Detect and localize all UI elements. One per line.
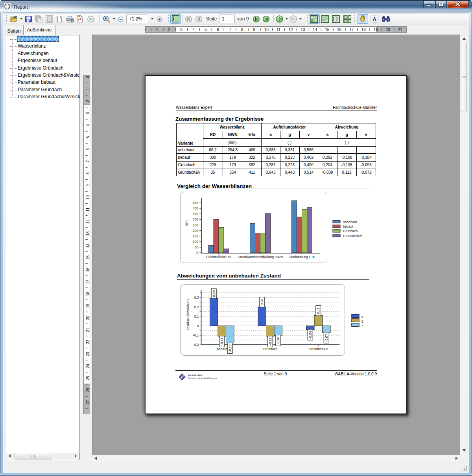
svg-text:-0,11: -0,11 bbox=[220, 338, 224, 345]
svg-text:-0,07: -0,07 bbox=[324, 334, 328, 342]
svg-text:23: 23 bbox=[86, 352, 90, 357]
svg-text:16: 16 bbox=[86, 267, 90, 272]
svg-text:100: 100 bbox=[193, 240, 198, 244]
svg-text:Verdunstung ETa: Verdunstung ETa bbox=[289, 255, 315, 259]
svg-text:Gründach: Gründach bbox=[263, 347, 278, 351]
svg-text:bebaut: bebaut bbox=[217, 347, 227, 351]
svg-text:Direktabfluss RD: Direktabfluss RD bbox=[206, 255, 231, 259]
svg-text:20: 20 bbox=[386, 28, 391, 32]
svg-text:10: 10 bbox=[264, 28, 269, 32]
svg-text:11: 11 bbox=[86, 207, 90, 211]
svg-text:v: v bbox=[361, 323, 363, 327]
svg-text:?: ? bbox=[39, 18, 41, 22]
svg-text:17: 17 bbox=[86, 279, 90, 284]
svg-text:17: 17 bbox=[349, 28, 354, 32]
svg-text:9: 9 bbox=[253, 28, 256, 32]
svg-text:14: 14 bbox=[86, 243, 90, 248]
svg-text:0,2: 0,2 bbox=[194, 305, 199, 309]
svg-text:mm: mm bbox=[184, 221, 188, 226]
svg-text:400: 400 bbox=[193, 206, 198, 210]
svg-text:18: 18 bbox=[86, 292, 90, 296]
svg-text:1: 1 bbox=[86, 88, 90, 90]
svg-text:Gründach&V: Gründach&V bbox=[343, 234, 362, 238]
svg-text:absolute Abweichung: absolute Abweichung bbox=[186, 299, 190, 331]
svg-text:21: 21 bbox=[86, 327, 90, 332]
svg-text:3: 3 bbox=[86, 112, 90, 114]
svg-text:150: 150 bbox=[193, 234, 198, 238]
svg-text:Grundwasserneubildung GWN: Grundwasserneubildung GWN bbox=[238, 255, 283, 259]
svg-text:13: 13 bbox=[301, 28, 305, 32]
svg-text:14: 14 bbox=[313, 28, 317, 32]
svg-text:12: 12 bbox=[86, 219, 90, 224]
svg-text:0: 0 bbox=[197, 324, 199, 328]
svg-text:0,3: 0,3 bbox=[194, 296, 199, 300]
svg-text:-0,10: -0,10 bbox=[276, 337, 280, 345]
svg-text:2: 2 bbox=[86, 100, 90, 102]
svg-text:-0,1: -0,1 bbox=[193, 333, 199, 337]
svg-text:-0,11: -0,11 bbox=[268, 338, 272, 345]
svg-text:5: 5 bbox=[86, 136, 90, 138]
svg-text:11: 11 bbox=[277, 28, 281, 32]
svg-text:0,20: 0,20 bbox=[260, 299, 264, 305]
svg-text:5: 5 bbox=[205, 28, 207, 32]
svg-text:a: a bbox=[361, 315, 363, 318]
svg-text:250: 250 bbox=[193, 223, 198, 227]
svg-text:4: 4 bbox=[192, 28, 195, 32]
svg-text:19: 19 bbox=[86, 303, 90, 308]
svg-text:450: 450 bbox=[193, 201, 198, 205]
svg-text:50: 50 bbox=[195, 245, 199, 249]
svg-text:Gründach&V: Gründach&V bbox=[309, 347, 328, 351]
svg-text:unbebaut: unbebaut bbox=[343, 220, 357, 224]
svg-text:6: 6 bbox=[217, 28, 219, 32]
svg-text:6: 6 bbox=[86, 148, 90, 151]
svg-text:15: 15 bbox=[86, 255, 90, 260]
svg-text:8: 8 bbox=[86, 172, 90, 175]
svg-text:15: 15 bbox=[325, 28, 330, 32]
svg-text:-0,2: -0,2 bbox=[193, 343, 199, 347]
svg-text:27: 27 bbox=[86, 400, 90, 404]
svg-text:g: g bbox=[361, 319, 363, 323]
svg-text:bebaut: bebaut bbox=[343, 224, 354, 228]
svg-text:0: 0 bbox=[196, 251, 198, 255]
svg-text:A: A bbox=[372, 16, 376, 22]
svg-text:19: 19 bbox=[374, 28, 378, 32]
svg-text:8: 8 bbox=[241, 28, 243, 32]
svg-text:22: 22 bbox=[86, 340, 90, 344]
svg-text:12: 12 bbox=[289, 28, 293, 32]
svg-text:24: 24 bbox=[86, 364, 90, 368]
svg-text:Gründach: Gründach bbox=[343, 229, 358, 233]
svg-text:9: 9 bbox=[86, 184, 90, 187]
svg-text:1: 1 bbox=[156, 28, 159, 32]
svg-text:21: 21 bbox=[398, 28, 402, 32]
svg-text:7: 7 bbox=[86, 160, 90, 162]
svg-text:2: 2 bbox=[168, 28, 171, 32]
svg-text:4: 4 bbox=[86, 124, 90, 126]
svg-text:25: 25 bbox=[86, 376, 90, 380]
svg-text:0,1: 0,1 bbox=[194, 314, 199, 318]
svg-text:0: 0 bbox=[86, 76, 90, 78]
svg-text:0: 0 bbox=[145, 28, 146, 32]
svg-text:10: 10 bbox=[86, 195, 90, 200]
svg-text:13: 13 bbox=[86, 231, 90, 236]
svg-text:350: 350 bbox=[193, 212, 198, 216]
svg-text:200: 200 bbox=[193, 229, 198, 233]
svg-text:-0,18: -0,18 bbox=[228, 344, 232, 352]
svg-text:-0,04: -0,04 bbox=[308, 331, 312, 339]
svg-text:20: 20 bbox=[86, 316, 90, 320]
svg-text:0,29: 0,29 bbox=[212, 290, 216, 297]
svg-text:18: 18 bbox=[361, 28, 366, 32]
svg-text:300: 300 bbox=[193, 217, 198, 221]
svg-text:7: 7 bbox=[229, 28, 231, 32]
svg-text:26: 26 bbox=[86, 388, 90, 393]
svg-text:3: 3 bbox=[180, 28, 183, 32]
svg-text:0,11: 0,11 bbox=[316, 307, 320, 314]
svg-text:16: 16 bbox=[337, 28, 342, 32]
